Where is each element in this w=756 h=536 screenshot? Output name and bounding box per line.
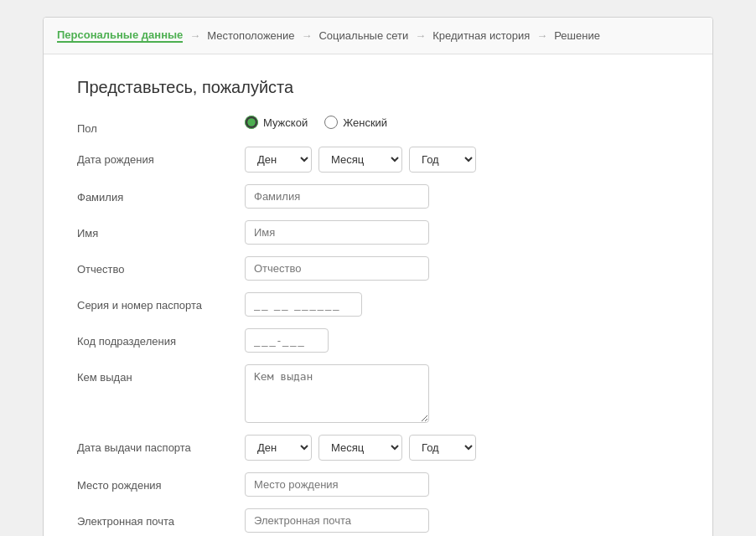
patronymic-input[interactable] xyxy=(245,256,429,281)
arrow-4: → xyxy=(536,29,547,42)
arrow-1: → xyxy=(189,29,200,42)
email-input[interactable] xyxy=(245,508,429,533)
step-personal[interactable]: Персональные данные xyxy=(57,28,183,43)
issued-textarea[interactable] xyxy=(245,364,429,423)
lastname-row: Фамилия xyxy=(77,184,679,209)
arrow-2: → xyxy=(301,29,312,42)
step-personal-label: Персональные данные xyxy=(57,28,183,41)
issued-row: Кем выдан xyxy=(77,364,679,423)
issue-date-control: Ден Месяц Год xyxy=(245,435,679,461)
gender-row: Пол Мужской Женский xyxy=(77,116,679,135)
firstname-label: Имя xyxy=(77,220,245,240)
patronymic-label: Отчество xyxy=(77,256,245,276)
gender-male-radio[interactable] xyxy=(245,116,258,129)
patronymic-row: Отчество xyxy=(77,256,679,281)
passport-input[interactable] xyxy=(245,292,362,317)
step-decision-label: Решение xyxy=(554,29,600,42)
division-row: Код подразделения xyxy=(77,328,679,353)
birthplace-label: Место рождения xyxy=(77,472,245,492)
birthplace-input[interactable] xyxy=(245,472,429,497)
patronymic-control xyxy=(245,256,679,281)
main-container: Персональные данные → Местоположение → С… xyxy=(43,17,713,536)
issue-date-row: Дата выдачи паспорта Ден Месяц Год xyxy=(77,435,679,461)
lastname-control xyxy=(245,184,679,209)
steps-navigation: Персональные данные → Местоположение → С… xyxy=(44,18,712,54)
issued-control xyxy=(245,364,679,423)
issue-day-select[interactable]: Ден xyxy=(245,435,312,461)
email-row: Электронная почта xyxy=(77,508,679,533)
issue-date-label: Дата выдачи паспорта xyxy=(77,435,245,454)
email-control xyxy=(245,508,679,533)
gender-female-text: Женский xyxy=(343,116,387,129)
birthplace-row: Место рождения xyxy=(77,472,679,497)
division-control xyxy=(245,328,679,353)
firstname-row: Имя xyxy=(77,220,679,245)
birthdate-year-select[interactable]: Год xyxy=(409,147,476,173)
form-area: Представьтесь, пожалуйста Пол Мужской Же… xyxy=(44,54,712,536)
gender-female-option[interactable]: Женский xyxy=(324,116,387,129)
step-credit[interactable]: Кредитная история xyxy=(432,29,530,42)
step-credit-label: Кредитная история xyxy=(432,29,530,42)
birthdate-month-select[interactable]: Месяц xyxy=(318,147,402,173)
birthdate-label: Дата рождения xyxy=(77,147,245,166)
issue-month-select[interactable]: Месяц xyxy=(318,435,402,461)
step-location[interactable]: Местоположение xyxy=(207,29,294,42)
step-social-label: Социальные сети xyxy=(318,29,408,42)
passport-row: Серия и номер паспорта xyxy=(77,292,679,317)
gender-label: Пол xyxy=(77,116,245,135)
issue-year-select[interactable]: Год xyxy=(409,435,476,461)
birthdate-day-select[interactable]: Ден xyxy=(245,147,312,173)
firstname-input[interactable] xyxy=(245,220,429,245)
passport-label: Серия и номер паспорта xyxy=(77,292,245,312)
gender-male-option[interactable]: Мужской xyxy=(245,116,308,129)
step-decision[interactable]: Решение xyxy=(554,29,600,42)
issued-label: Кем выдан xyxy=(77,364,245,384)
lastname-input[interactable] xyxy=(245,184,429,209)
arrow-3: → xyxy=(415,29,426,42)
division-input[interactable] xyxy=(245,328,329,353)
email-label: Электронная почта xyxy=(77,508,245,528)
birthdate-row: Дата рождения Ден Месяц Год xyxy=(77,147,679,173)
firstname-control xyxy=(245,220,679,245)
birthdate-control: Ден Месяц Год xyxy=(245,147,679,173)
division-label: Код подразделения xyxy=(77,328,245,348)
step-location-label: Местоположение xyxy=(207,29,294,42)
lastname-label: Фамилия xyxy=(77,184,245,204)
step-social[interactable]: Социальные сети xyxy=(318,29,408,42)
birthplace-control xyxy=(245,472,679,497)
form-title: Представьтесь, пожалуйста xyxy=(77,78,679,97)
gender-female-radio[interactable] xyxy=(324,116,338,129)
gender-male-text: Мужской xyxy=(263,116,308,129)
gender-control: Мужской Женский xyxy=(245,116,679,129)
passport-control xyxy=(245,292,679,317)
